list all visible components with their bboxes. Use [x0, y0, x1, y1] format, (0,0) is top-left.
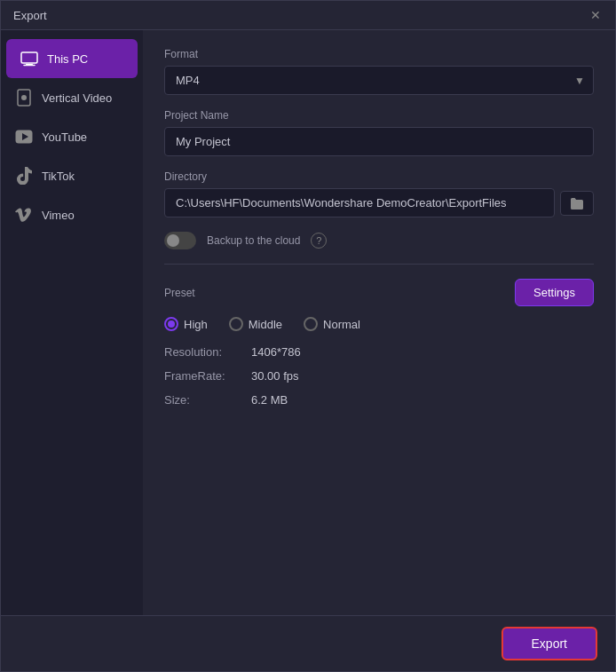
sidebar-item-this-pc-label: This PC: [47, 52, 88, 66]
sidebar-item-youtube-label: YouTube: [42, 130, 87, 144]
radio-middle-circle: [229, 317, 243, 331]
content-panel: Format MP4 AVI MOV GIF MP3 ▼ Project Nam…: [143, 30, 615, 615]
format-select-wrapper: MP4 AVI MOV GIF MP3 ▼: [164, 66, 594, 95]
radio-normal-label: Normal: [323, 318, 360, 331]
radio-high[interactable]: High: [164, 317, 208, 331]
youtube-icon: [15, 128, 33, 146]
format-select[interactable]: MP4 AVI MOV GIF MP3: [164, 66, 594, 95]
close-button[interactable]: ✕: [588, 8, 603, 22]
framerate-label: FrameRate:: [164, 369, 244, 383]
size-value: 6.2 MB: [251, 393, 288, 407]
this-pc-icon: [20, 50, 38, 67]
size-label: Size:: [164, 393, 244, 407]
project-name-group: Project Name: [164, 109, 594, 156]
divider: [164, 264, 594, 265]
title-bar: Export ✕: [1, 1, 615, 30]
backup-label: Backup to the cloud: [207, 234, 300, 247]
vimeo-icon: [15, 206, 33, 224]
project-name-input[interactable]: [164, 127, 594, 156]
format-group: Format MP4 AVI MOV GIF MP3 ▼: [164, 48, 594, 95]
radio-high-dot: [168, 320, 175, 328]
framerate-row: FrameRate: 30.00 fps: [164, 369, 594, 383]
window-title: Export: [13, 9, 47, 22]
radio-high-circle: [164, 317, 178, 331]
project-name-label: Project Name: [164, 109, 594, 122]
resolution-value: 1406*786: [251, 345, 301, 359]
directory-group: Directory: [164, 170, 594, 217]
preset-label: Preset: [164, 287, 195, 299]
radio-middle[interactable]: Middle: [229, 317, 282, 331]
sidebar-item-tiktok-label: TikTok: [42, 170, 75, 183]
export-button[interactable]: Export: [501, 627, 597, 660]
sidebar-item-vertical-video[interactable]: Vertical Video: [1, 78, 143, 117]
preset-radio-row: High Middle Normal: [164, 317, 594, 331]
radio-middle-label: Middle: [249, 318, 282, 331]
vertical-video-icon: [15, 89, 33, 107]
resolution-row: Resolution: 1406*786: [164, 345, 594, 359]
sidebar-item-vimeo-label: Vimeo: [42, 209, 75, 222]
export-window: Export ✕ This PC: [0, 0, 616, 672]
sidebar-item-this-pc[interactable]: This PC: [6, 39, 138, 78]
radio-high-label: High: [184, 318, 208, 331]
framerate-value: 30.00 fps: [251, 369, 299, 383]
directory-row: [164, 188, 594, 217]
sidebar-item-vertical-video-label: Vertical Video: [42, 91, 112, 105]
svg-point-4: [21, 95, 27, 100]
directory-input[interactable]: [164, 188, 555, 217]
sidebar-item-tiktok[interactable]: TikTok: [1, 156, 143, 195]
backup-toggle[interactable]: [164, 232, 196, 249]
preset-row: Preset Settings: [164, 279, 594, 306]
svg-rect-0: [21, 52, 37, 63]
sidebar-item-vimeo[interactable]: Vimeo: [1, 195, 143, 234]
sidebar-item-youtube[interactable]: YouTube: [1, 117, 143, 156]
sidebar: This PC Vertical Video: [1, 30, 143, 615]
resolution-label: Resolution:: [164, 345, 244, 359]
radio-normal-circle: [304, 317, 318, 331]
folder-browse-button[interactable]: [560, 191, 594, 216]
settings-button[interactable]: Settings: [515, 279, 594, 306]
main-area: This PC Vertical Video: [1, 30, 615, 615]
backup-help-icon[interactable]: ?: [311, 233, 327, 249]
backup-row: Backup to the cloud ?: [164, 232, 594, 249]
toggle-knob: [167, 234, 179, 247]
footer: Export: [1, 615, 615, 671]
tiktok-icon: [15, 167, 33, 185]
directory-label: Directory: [164, 170, 594, 183]
size-row: Size: 6.2 MB: [164, 393, 594, 407]
format-label: Format: [164, 48, 594, 60]
radio-normal[interactable]: Normal: [304, 317, 360, 331]
